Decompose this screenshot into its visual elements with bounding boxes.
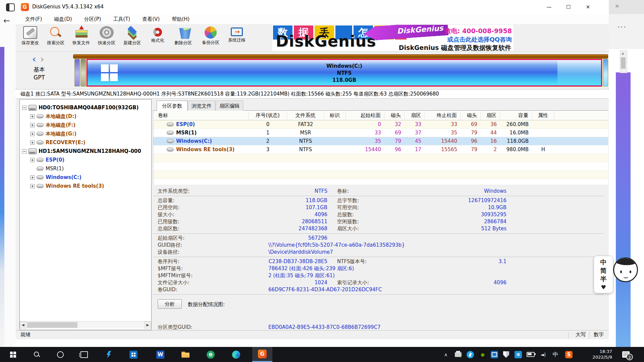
search-partition-button[interactable]: 搜索分区 <box>43 26 68 46</box>
tab-partition-params[interactable]: 分区参数 <box>157 101 187 111</box>
tab-sector-editor[interactable]: 扇区编辑 <box>216 101 243 111</box>
tray-chevron-button[interactable]: ∧ <box>441 347 450 362</box>
ime-status-widget[interactable]: 中 简 半 ♥ <box>594 256 613 293</box>
delete-partition-button[interactable]: 删除分区 <box>170 26 196 46</box>
printer-tray-button[interactable] <box>453 347 463 362</box>
table-row-esp[interactable]: ESP(0) 0 FAT32 0 32 33 33 69 36 260.0MB <box>153 120 608 129</box>
scroll-left-icon[interactable]: ◀ <box>20 321 26 328</box>
save-changes-button[interactable]: 保存更改 <box>17 26 43 46</box>
notification-button[interactable]: 2 <box>621 347 631 362</box>
ime-mode-cn[interactable]: 中 <box>594 258 613 266</box>
table-row-windows-re[interactable]: Windows RE tools(3) 3 NTFS 15440 96 17 1… <box>153 145 608 154</box>
tree-item-local-d[interactable]: + 本地磁盘(D:) <box>30 112 76 121</box>
bird-tray-button[interactable] <box>466 347 475 362</box>
banner-qq-link[interactable]: 或点击此处选择QQ咨询 <box>447 36 512 44</box>
nav-back-icon[interactable]: ‹ <box>32 55 36 64</box>
toolbar-label: 保存更改 <box>17 40 43 46</box>
analyze-button[interactable]: 分析 <box>158 299 182 309</box>
col-start-head[interactable]: 磁头 <box>384 111 405 120</box>
expand-icon[interactable]: + <box>30 184 35 188</box>
tree-item-windows-re[interactable]: + Windows RE tools(3) <box>30 182 104 190</box>
format-button[interactable]: 格式化 <box>145 26 170 44</box>
col-volume-label[interactable]: 卷标 <box>153 111 249 120</box>
col-attribute[interactable]: 属性 <box>532 111 554 120</box>
menu-file[interactable]: 文件(F) <box>25 16 42 22</box>
file-explorer-button[interactable] <box>178 347 193 362</box>
collapse-icon[interactable]: − <box>22 106 26 110</box>
system-migration-button[interactable]: 系统迁移 <box>224 26 250 43</box>
task-view-button[interactable] <box>77 347 92 362</box>
quick-partition-button[interactable]: 快速分区 <box>94 26 119 46</box>
col-capacity[interactable]: 容量 <box>500 111 532 120</box>
ime-mode-simplified[interactable]: 简 <box>594 266 613 275</box>
tree-item-esp[interactable]: + ESP(0) <box>30 156 64 164</box>
collapse-icon[interactable]: − <box>22 149 26 154</box>
backup-partition-button[interactable]: 备份分区 <box>198 26 223 46</box>
snowflake-tray-button[interactable]: ✻ <box>514 347 523 362</box>
ime-mode-half[interactable]: 半 <box>594 275 613 283</box>
menu-tools[interactable]: 工具(T) <box>113 16 130 22</box>
ime-indicator-button[interactable]: 中 <box>551 347 560 362</box>
lightning-app-button[interactable] <box>101 347 116 362</box>
menu-view[interactable]: 查看(V) <box>142 16 160 22</box>
diskgenius-taskbar-button-active[interactable]: G <box>252 347 272 362</box>
edge-button[interactable] <box>229 347 244 362</box>
scrollbar-thumb[interactable] <box>27 322 77 328</box>
tree-item-recovery-e[interactable]: + RECOVERY(E:) <box>30 138 86 147</box>
col-end-sector[interactable]: 扇区 <box>481 111 500 120</box>
volume-tray-button[interactable]: ◄) <box>538 347 548 362</box>
esp-partition-strip[interactable] <box>74 59 80 86</box>
tree-item-windows-c[interactable]: + Windows(C:) <box>30 173 82 182</box>
green-browser-button[interactable]: e <box>203 347 218 362</box>
tree-item-local-g[interactable]: + 本地磁盘(G:) <box>30 129 76 138</box>
minimize-button[interactable]: — <box>539 0 559 14</box>
tree-item-msr[interactable]: + MSR(1) <box>30 164 64 173</box>
col-start-sector[interactable]: 扇区 <box>405 111 425 120</box>
scroll-right-icon[interactable]: ▶ <box>145 321 151 328</box>
menu-help[interactable]: 帮助(H) <box>172 16 190 22</box>
cortana-button[interactable] <box>53 347 68 362</box>
maximize-button[interactable]: ☐ <box>559 0 578 14</box>
battery-tray-button[interactable] <box>526 347 535 362</box>
partition-icon <box>37 132 44 136</box>
word-button[interactable]: W <box>153 347 168 362</box>
ad-banner[interactable]: 数 据 丢 怎 么 ! DiskGenius DiskGenius 致电: 40… <box>272 25 513 51</box>
tree-horizontal-scrollbar[interactable]: ◀ ▶ <box>20 321 151 328</box>
table-row-msr[interactable]: MSR(1) 1 MSR 33 69 37 35 79 44 16.0MB <box>153 129 608 137</box>
start-button[interactable] <box>6 347 20 362</box>
recover-files-button[interactable]: 恢复文件 <box>68 26 94 46</box>
tree-item-hd0[interactable]: − HD0:TOSHIBAMQ04ABF100(932GB) <box>22 103 139 112</box>
col-index-status[interactable]: 序号(状态) <box>249 111 287 120</box>
menu-partition[interactable]: 分区(P) <box>84 16 101 22</box>
expand-icon[interactable]: + <box>30 132 35 136</box>
defender-tray-button[interactable] <box>501 347 511 362</box>
close-button[interactable]: ✕ <box>578 0 598 14</box>
taskbar-clock[interactable]: 18:37 2022/5/9 <box>582 349 612 360</box>
col-start-cylinder[interactable]: 起始柱面 <box>346 111 384 120</box>
expand-icon[interactable]: + <box>30 175 35 180</box>
nvidia-tray-button[interactable]: ◉ <box>478 347 487 362</box>
heart-icon[interactable]: ♥ <box>594 283 613 292</box>
expand-icon[interactable]: + <box>30 158 35 162</box>
search-button[interactable] <box>30 347 44 362</box>
re-tools-partition-strip[interactable] <box>603 59 608 86</box>
col-filesystem[interactable]: 文件系统 <box>287 111 324 120</box>
intel-tray-button[interactable] <box>490 347 499 362</box>
col-end-head[interactable]: 磁头 <box>461 111 481 120</box>
windows-c-partition-block[interactable]: Windows(C:) NTFS 118.0GB <box>87 59 602 86</box>
sogou-tray-button[interactable]: S <box>564 347 574 362</box>
msr-partition-strip[interactable] <box>80 59 86 86</box>
col-end-cylinder[interactable]: 终止柱面 <box>425 111 461 120</box>
col-flag[interactable]: 标识 <box>324 111 346 120</box>
expand-icon[interactable]: + <box>30 123 35 127</box>
tab-browse-files[interactable]: 浏览文件 <box>188 101 215 111</box>
expand-icon[interactable]: + <box>30 140 35 145</box>
tree-item-hd1[interactable]: − HD1:SAMSUNGMZNLN128HAHQ-000 <box>22 147 141 156</box>
tree-item-local-f[interactable]: + 本地磁盘(F:) <box>30 121 75 129</box>
menu-disk[interactable]: 磁盘(D) <box>54 16 72 22</box>
new-partition-button[interactable]: 新建分区 <box>119 26 145 46</box>
nav-forward-icon[interactable]: › <box>40 55 44 64</box>
table-row-windows-c-selected[interactable]: Windows(C:) 2 NTFS 35 79 45 15440 96 16 … <box>153 137 608 145</box>
expand-icon[interactable]: + <box>30 114 35 119</box>
store-button[interactable] <box>126 347 141 362</box>
